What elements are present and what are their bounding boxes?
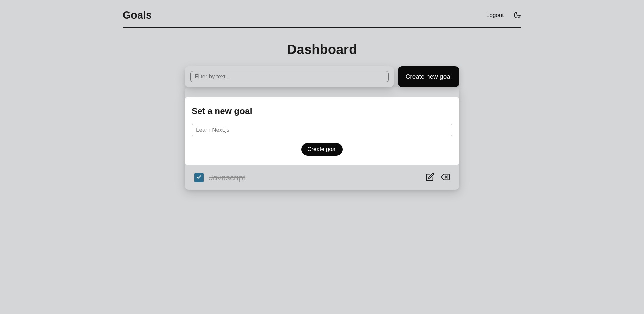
main-card: Set a new goal Create goal Javascript (185, 87, 459, 190)
page-title: Dashboard (123, 42, 521, 57)
delete-goal-button[interactable] (441, 173, 450, 182)
theme-toggle-button[interactable] (513, 11, 521, 20)
edit-goal-button[interactable] (426, 173, 434, 182)
goal-form-title: Set a new goal (192, 106, 452, 116)
moon-icon (513, 11, 521, 20)
submit-goal-button[interactable]: Create goal (301, 143, 343, 156)
header: Goals Logout (123, 0, 521, 28)
filter-row: Create new goal (185, 66, 459, 87)
header-actions: Logout (486, 11, 521, 20)
goal-text: Javascript (209, 173, 245, 182)
goal-item-actions (426, 173, 450, 182)
goal-form-card: Set a new goal Create goal (185, 97, 459, 165)
create-new-goal-button[interactable]: Create new goal (398, 66, 459, 87)
delete-icon (441, 173, 450, 182)
logout-button[interactable]: Logout (486, 12, 504, 19)
filter-input[interactable] (190, 71, 389, 82)
filter-input-card (185, 66, 394, 87)
goal-input[interactable] (192, 124, 452, 136)
edit-icon (426, 173, 434, 182)
goal-checkbox[interactable] (194, 173, 204, 182)
check-icon (196, 174, 202, 181)
app-logo[interactable]: Goals (123, 9, 152, 21)
goal-item: Javascript (185, 165, 459, 190)
goal-item-left: Javascript (194, 173, 245, 182)
